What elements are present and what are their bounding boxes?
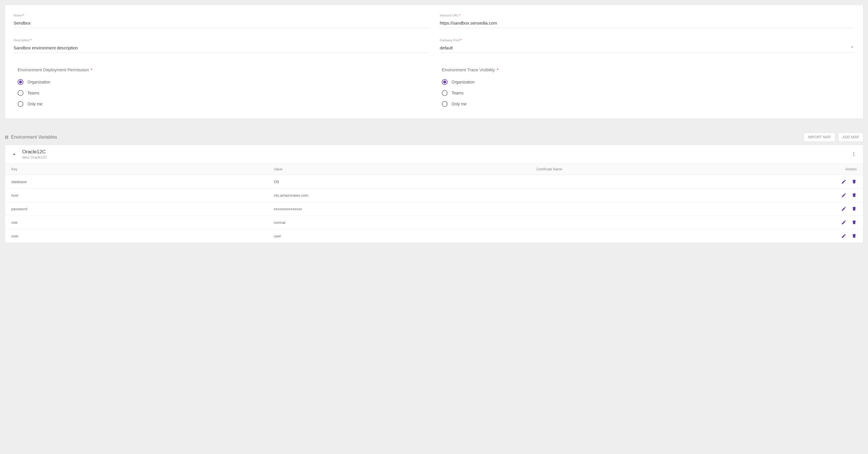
radio-label: Only me [452, 102, 467, 106]
radio-label: Teams [27, 91, 39, 95]
radio-option[interactable]: Organization [442, 79, 855, 85]
delete-icon[interactable] [851, 206, 857, 211]
name-label: Name* [13, 13, 428, 17]
chevron-down-icon [851, 47, 853, 48]
description-field: Description* [13, 38, 428, 53]
table-row: rolenormal [5, 216, 863, 229]
cell-value: normal [274, 220, 536, 225]
cell-value: rds.amazonaws.com [274, 193, 536, 198]
inbound-url-field: Inbound URL* [440, 13, 855, 28]
env-vars-card: Oracle12C desc Oracle12C Key Value Certi… [5, 145, 863, 243]
kebab-menu-icon[interactable] [850, 151, 857, 158]
radio-icon [442, 101, 447, 107]
radio-label: Organization [452, 80, 474, 84]
edit-icon[interactable] [841, 233, 846, 239]
col-key: Key [11, 167, 274, 171]
edit-icon[interactable] [841, 206, 846, 211]
cell-key: user [11, 234, 274, 238]
deployment-permission-group: Environment Deployment Permission * Orga… [18, 67, 430, 107]
radio-option[interactable]: Only me [18, 101, 430, 107]
svg-point-1 [854, 154, 855, 155]
cell-value: user [274, 234, 536, 238]
description-label: Description* [13, 38, 428, 42]
env-vars-title: Environment Variables [11, 134, 57, 140]
table-row: passwordxxxxxxxxxxxxxxx [5, 202, 863, 216]
widgets-icon [5, 135, 9, 139]
environment-form-card: Name* Inbound URL* Description* [5, 5, 863, 119]
col-actions: Actions [799, 167, 857, 171]
gateway-pool-label: Gateway Pool* [440, 38, 855, 42]
table-row: hostrds.amazonaws.com [5, 189, 863, 202]
import-map-button[interactable]: IMPORT MAP [804, 132, 835, 142]
table-row: useruser [5, 229, 863, 243]
name-input[interactable] [13, 19, 428, 28]
gateway-pool-select[interactable]: default [440, 43, 855, 53]
radio-icon [442, 79, 447, 85]
map-subtitle: desc Oracle12C [22, 155, 850, 159]
name-field: Name* [13, 13, 428, 28]
vars-table-header: Key Value Certificate Name Actions [5, 163, 863, 175]
radio-option[interactable]: Only me [442, 101, 855, 107]
radio-icon [18, 90, 23, 96]
radio-option[interactable]: Teams [442, 90, 855, 96]
gateway-pool-field: Gateway Pool* default [440, 38, 855, 53]
delete-icon[interactable] [851, 233, 857, 239]
cell-key: host [11, 193, 274, 198]
delete-icon[interactable] [851, 193, 857, 198]
trace-visibility-title: Environment Trace Visibility * [442, 67, 855, 72]
col-cert: Certificate Name [536, 167, 799, 171]
radio-icon [18, 79, 23, 85]
radio-label: Teams [452, 91, 463, 95]
edit-icon[interactable] [841, 179, 846, 184]
table-row: databaseDB [5, 175, 863, 189]
chevron-up-icon[interactable] [11, 151, 18, 158]
cell-value: DB [274, 180, 536, 184]
cell-key: role [11, 220, 274, 225]
cell-key: password [11, 207, 274, 211]
description-input[interactable] [13, 43, 428, 53]
trace-visibility-group: Environment Trace Visibility * Organizat… [442, 67, 855, 107]
radio-option[interactable]: Teams [18, 90, 430, 96]
env-vars-header: Environment Variables IMPORT MAP ADD MAP [5, 132, 863, 142]
delete-icon[interactable] [851, 179, 857, 184]
svg-point-0 [854, 152, 855, 153]
map-accordion-header: Oracle12C desc Oracle12C [5, 145, 863, 163]
col-value: Value [274, 167, 536, 171]
edit-icon[interactable] [841, 220, 846, 225]
add-map-button[interactable]: ADD MAP [838, 132, 863, 142]
radio-icon [442, 90, 447, 96]
inbound-url-input[interactable] [440, 19, 855, 28]
radio-option[interactable]: Organization [18, 79, 430, 85]
map-title: Oracle12C [22, 149, 850, 155]
edit-icon[interactable] [841, 193, 846, 198]
cell-key: database [11, 180, 274, 184]
radio-label: Organization [27, 80, 50, 84]
delete-icon[interactable] [851, 220, 857, 225]
inbound-url-label: Inbound URL* [440, 13, 855, 17]
svg-point-2 [854, 155, 855, 156]
radio-label: Only me [27, 102, 42, 106]
deployment-permission-title: Environment Deployment Permission * [18, 67, 430, 72]
radio-icon [18, 101, 23, 107]
cell-value: xxxxxxxxxxxxxxx [274, 207, 536, 211]
